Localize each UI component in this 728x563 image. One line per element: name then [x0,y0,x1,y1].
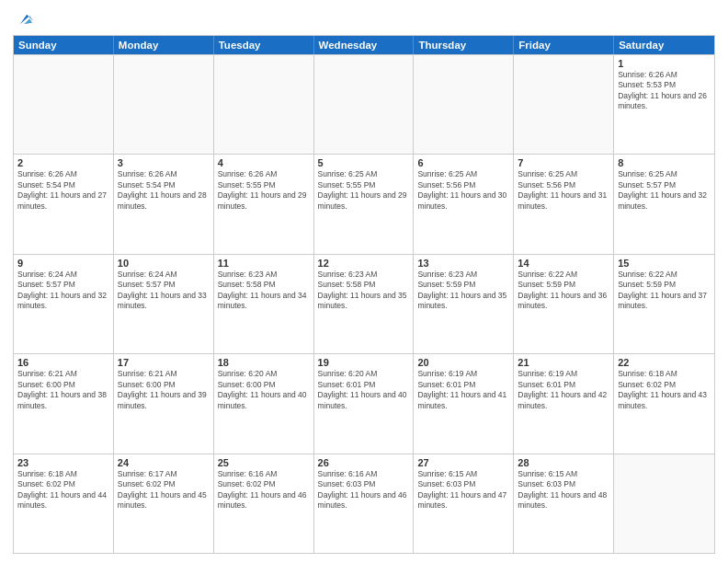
weekday-header: Friday [514,36,614,54]
calendar-body: 1Sunrise: 6:26 AM Sunset: 5:53 PM Daylig… [14,54,714,553]
day-number: 16 [17,357,109,368]
day-info: Sunrise: 6:26 AM Sunset: 5:54 PM Dayligh… [17,169,109,212]
day-info: Sunrise: 6:24 AM Sunset: 5:57 PM Dayligh… [17,270,109,312]
day-number: 4 [218,157,310,168]
day-number: 13 [417,258,509,269]
day-number: 21 [518,357,609,368]
day-number: 17 [118,357,210,368]
calendar-cell: 27Sunrise: 6:15 AM Sunset: 6:03 PM Dayli… [414,454,514,553]
calendar-header: SundayMondayTuesdayWednesdayThursdayFrid… [14,36,714,54]
calendar-cell: 12Sunrise: 6:23 AM Sunset: 5:58 PM Dayli… [314,255,415,353]
calendar-cell: 25Sunrise: 6:16 AM Sunset: 6:02 PM Dayli… [214,454,314,553]
calendar-cell: 17Sunrise: 6:21 AM Sunset: 6:00 PM Dayli… [114,354,214,453]
day-info: Sunrise: 6:19 AM Sunset: 6:01 PM Dayligh… [518,369,609,411]
day-number: 23 [17,457,109,468]
calendar-cell: 23Sunrise: 6:18 AM Sunset: 6:02 PM Dayli… [14,454,114,553]
day-info: Sunrise: 6:20 AM Sunset: 6:01 PM Dayligh… [318,369,410,411]
header [13,9,715,29]
day-info: Sunrise: 6:16 AM Sunset: 6:02 PM Dayligh… [218,469,310,511]
calendar-cell [214,55,314,154]
calendar-cell: 5Sunrise: 6:25 AM Sunset: 5:55 PM Daylig… [314,155,415,253]
day-number: 3 [118,157,210,168]
day-info: Sunrise: 6:20 AM Sunset: 6:00 PM Dayligh… [218,369,310,411]
day-number: 2 [17,157,109,168]
calendar-cell: 7Sunrise: 6:25 AM Sunset: 5:56 PM Daylig… [514,155,614,253]
calendar-cell: 26Sunrise: 6:16 AM Sunset: 6:03 PM Dayli… [314,454,415,553]
day-number: 11 [218,258,310,269]
calendar-cell: 14Sunrise: 6:22 AM Sunset: 5:59 PM Dayli… [514,255,614,353]
calendar-cell: 8Sunrise: 6:25 AM Sunset: 5:57 PM Daylig… [614,155,714,253]
calendar-cell [314,55,415,154]
calendar-cell: 13Sunrise: 6:23 AM Sunset: 5:59 PM Dayli… [414,255,514,353]
calendar-cell [514,55,614,154]
calendar-cell: 10Sunrise: 6:24 AM Sunset: 5:57 PM Dayli… [114,255,214,353]
calendar-cell: 24Sunrise: 6:17 AM Sunset: 6:02 PM Dayli… [114,454,214,553]
day-info: Sunrise: 6:25 AM Sunset: 5:55 PM Dayligh… [318,169,410,212]
day-info: Sunrise: 6:17 AM Sunset: 6:02 PM Dayligh… [118,469,210,511]
calendar-cell: 11Sunrise: 6:23 AM Sunset: 5:58 PM Dayli… [214,255,314,353]
day-number: 14 [518,258,609,269]
day-info: Sunrise: 6:25 AM Sunset: 5:56 PM Dayligh… [417,169,509,212]
calendar-cell [414,55,514,154]
day-info: Sunrise: 6:25 AM Sunset: 5:56 PM Dayligh… [518,169,609,212]
weekday-header: Sunday [14,36,114,54]
day-info: Sunrise: 6:15 AM Sunset: 6:03 PM Dayligh… [518,469,609,511]
calendar-cell: 22Sunrise: 6:18 AM Sunset: 6:02 PM Dayli… [614,354,714,453]
logo [13,13,35,29]
day-number: 24 [118,457,210,468]
day-info: Sunrise: 6:15 AM Sunset: 6:03 PM Dayligh… [417,469,509,511]
weekday-header: Tuesday [214,36,314,54]
day-number: 20 [417,357,509,368]
day-number: 15 [618,258,711,269]
day-number: 12 [318,258,410,269]
calendar-cell: 18Sunrise: 6:20 AM Sunset: 6:00 PM Dayli… [214,354,314,453]
day-info: Sunrise: 6:23 AM Sunset: 5:58 PM Dayligh… [318,270,410,312]
calendar-cell: 2Sunrise: 6:26 AM Sunset: 5:54 PM Daylig… [14,155,114,253]
day-number: 26 [318,457,410,468]
calendar-row: 9Sunrise: 6:24 AM Sunset: 5:57 PM Daylig… [14,254,714,353]
calendar-cell: 15Sunrise: 6:22 AM Sunset: 5:59 PM Dayli… [614,255,714,353]
calendar: SundayMondayTuesdayWednesdayThursdayFrid… [13,35,715,554]
day-info: Sunrise: 6:19 AM Sunset: 6:01 PM Dayligh… [417,369,509,411]
weekday-header: Saturday [614,36,714,54]
day-info: Sunrise: 6:16 AM Sunset: 6:03 PM Dayligh… [318,469,410,511]
day-number: 10 [118,258,210,269]
calendar-cell: 9Sunrise: 6:24 AM Sunset: 5:57 PM Daylig… [14,255,114,353]
calendar-row: 1Sunrise: 6:26 AM Sunset: 5:53 PM Daylig… [14,54,714,154]
calendar-cell: 6Sunrise: 6:25 AM Sunset: 5:56 PM Daylig… [414,155,514,253]
calendar-cell: 21Sunrise: 6:19 AM Sunset: 6:01 PM Dayli… [514,354,614,453]
day-info: Sunrise: 6:21 AM Sunset: 6:00 PM Dayligh… [118,369,210,411]
calendar-cell: 28Sunrise: 6:15 AM Sunset: 6:03 PM Dayli… [514,454,614,553]
calendar-row: 2Sunrise: 6:26 AM Sunset: 5:54 PM Daylig… [14,154,714,253]
day-number: 19 [318,357,410,368]
calendar-row: 16Sunrise: 6:21 AM Sunset: 6:00 PM Dayli… [14,353,714,453]
calendar-cell: 3Sunrise: 6:26 AM Sunset: 5:54 PM Daylig… [114,155,214,253]
calendar-cell: 16Sunrise: 6:21 AM Sunset: 6:00 PM Dayli… [14,354,114,453]
calendar-cell: 1Sunrise: 6:26 AM Sunset: 5:53 PM Daylig… [614,55,714,154]
day-info: Sunrise: 6:23 AM Sunset: 5:58 PM Dayligh… [218,270,310,312]
day-info: Sunrise: 6:18 AM Sunset: 6:02 PM Dayligh… [17,469,109,511]
weekday-header: Wednesday [314,36,415,54]
day-number: 22 [618,357,711,368]
weekday-header: Monday [114,36,214,54]
day-number: 8 [618,157,711,168]
day-info: Sunrise: 6:25 AM Sunset: 5:57 PM Dayligh… [618,169,711,212]
day-info: Sunrise: 6:22 AM Sunset: 5:59 PM Dayligh… [518,270,609,312]
day-info: Sunrise: 6:21 AM Sunset: 6:00 PM Dayligh… [17,369,109,411]
day-info: Sunrise: 6:18 AM Sunset: 6:02 PM Dayligh… [618,369,711,411]
calendar-cell: 4Sunrise: 6:26 AM Sunset: 5:55 PM Daylig… [214,155,314,253]
day-info: Sunrise: 6:24 AM Sunset: 5:57 PM Dayligh… [118,270,210,312]
day-number: 25 [218,457,310,468]
day-info: Sunrise: 6:26 AM Sunset: 5:54 PM Dayligh… [118,169,210,212]
day-number: 18 [218,357,310,368]
day-number: 28 [518,457,609,468]
day-info: Sunrise: 6:23 AM Sunset: 5:59 PM Dayligh… [417,270,509,312]
weekday-header: Thursday [414,36,514,54]
day-number: 9 [17,258,109,269]
calendar-row: 23Sunrise: 6:18 AM Sunset: 6:02 PM Dayli… [14,454,714,553]
day-number: 1 [618,58,711,69]
day-number: 6 [417,157,509,168]
calendar-cell [614,454,714,553]
day-number: 7 [518,157,609,168]
day-info: Sunrise: 6:26 AM Sunset: 5:55 PM Dayligh… [218,169,310,212]
